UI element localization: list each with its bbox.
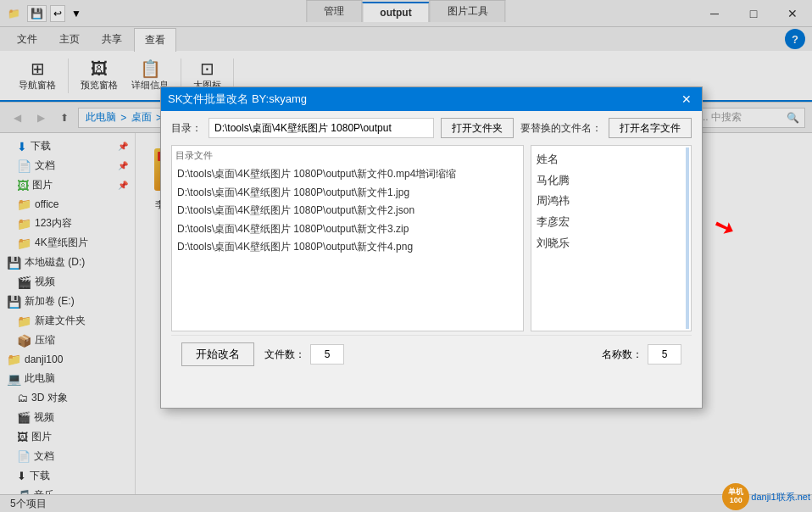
- dialog-name-4: 刘晓乐: [535, 233, 687, 254]
- file-count-input[interactable]: [310, 344, 344, 365]
- dialog-overlay: SK文件批量改名 BY:skyamg ✕ 目录： 打开文件夹 要替换的文件名： …: [0, 0, 812, 512]
- dialog-file-2: D:\tools\桌面\4K壁纸图片 1080P\output\新文件2.jso…: [175, 202, 520, 220]
- red-arrow-names: ➘: [709, 211, 737, 244]
- dialog-panels: 目录文件 D:\tools\桌面\4K壁纸图片 1080P\output\新文件…: [171, 145, 692, 331]
- dialog-file-panel: 目录文件 D:\tools\桌面\4K壁纸图片 1080P\output\新文件…: [171, 145, 524, 331]
- dialog-dir-label: 目录：: [171, 121, 202, 136]
- watermark: 单机100 danji1联系.net: [722, 483, 810, 510]
- dialog-title-bar: SK文件批量改名 BY:skyamg ✕: [161, 87, 702, 111]
- dialog: SK文件批量改名 BY:skyamg ✕ 目录： 打开文件夹 要替换的文件名： …: [160, 86, 703, 409]
- name-count-label: 名称数：: [602, 348, 642, 362]
- dialog-file-count: 文件数：: [264, 344, 344, 365]
- dialog-name-count: 名称数：: [602, 344, 681, 365]
- dialog-file-4: D:\tools\桌面\4K壁纸图片 1080P\output\新文件4.png: [175, 238, 520, 257]
- dialog-panel-title: 目录文件: [175, 149, 520, 162]
- dialog-file-3: D:\tools\桌面\4K壁纸图片 1080P\output\新文件3.zip: [175, 220, 520, 239]
- dialog-open-names-btn[interactable]: 打开名字文件: [609, 118, 692, 138]
- watermark-logo: 单机100: [722, 483, 749, 510]
- watermark-text: danji1联系.net: [751, 491, 810, 504]
- dialog-name-3: 李彦宏: [535, 212, 687, 233]
- dialog-name-list: 姓名 马化腾 周鸿祎 李彦宏 刘晓乐: [535, 149, 687, 253]
- dialog-name-1: 马化腾: [535, 170, 687, 192]
- dialog-name-panel: 姓名 马化腾 周鸿祎 李彦宏 刘晓乐 ➘: [531, 145, 692, 331]
- dialog-file-list: D:\tools\桌面\4K壁纸图片 1080P\output\新文件0.mp4…: [175, 165, 520, 257]
- dialog-file-1: D:\tools\桌面\4K壁纸图片 1080P\output\新文件1.jpg: [175, 184, 520, 203]
- name-count-input[interactable]: [648, 344, 681, 365]
- dialog-close-button[interactable]: ✕: [678, 91, 695, 108]
- file-count-label: 文件数：: [264, 348, 305, 362]
- dialog-dir-row: 目录： 打开文件夹 要替换的文件名： 打开名字文件: [171, 118, 692, 138]
- dialog-body: 目录： 打开文件夹 要替换的文件名： 打开名字文件 目录文件 D:\tools\…: [161, 111, 702, 380]
- dialog-title: SK文件批量改名 BY:skyamg: [168, 92, 307, 107]
- dialog-start-btn[interactable]: 开始改名: [181, 342, 254, 366]
- dialog-open-folder-btn[interactable]: 打开文件夹: [441, 118, 514, 138]
- dialog-bottom: 开始改名 文件数： 名称数：: [171, 335, 692, 373]
- dialog-file-0: D:\tools\桌面\4K壁纸图片 1080P\output\新文件0.mp4…: [175, 165, 520, 184]
- dialog-dir-input[interactable]: [209, 118, 434, 138]
- dialog-name-0: 姓名: [535, 149, 687, 170]
- scroll-indicator: [686, 147, 689, 329]
- dialog-names-label: 要替换的文件名：: [520, 121, 602, 136]
- dialog-name-2: 周鸿祎: [535, 191, 687, 212]
